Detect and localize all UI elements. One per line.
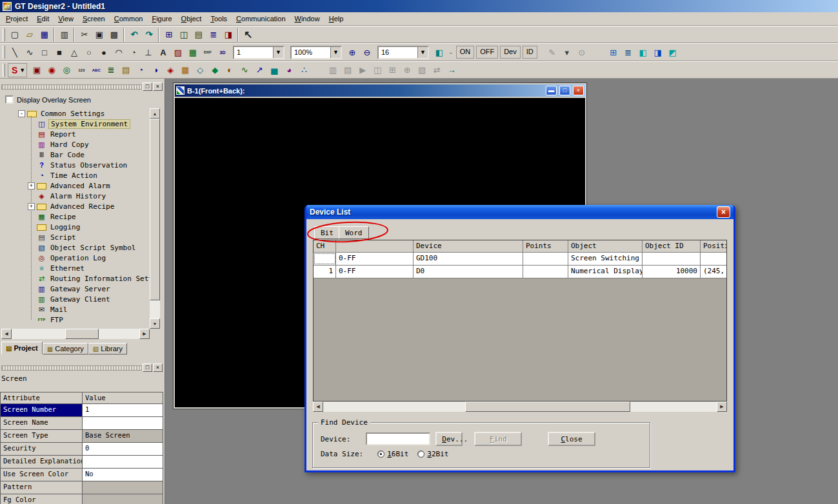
polyline-icon[interactable]: ∿ xyxy=(23,45,37,59)
undo-icon[interactable]: ↶ xyxy=(127,28,141,42)
tree-item-time-action[interactable]: ◔ Time Action xyxy=(1,170,150,180)
zoom-combo[interactable]: 100% ▼ xyxy=(290,46,342,59)
menu-object[interactable]: Object xyxy=(177,13,206,24)
polygon-icon[interactable]: △ xyxy=(67,45,81,59)
minimize-icon[interactable]: ▬ xyxy=(546,86,557,95)
tree-item-recipe[interactable]: ▦ Recipe xyxy=(1,211,150,222)
menu-project[interactable]: Project xyxy=(1,13,32,24)
device-list-icon[interactable]: ≣ xyxy=(206,28,221,42)
menu-edit[interactable]: Edit xyxy=(32,13,54,24)
window-cascade-icon[interactable]: ◨ xyxy=(651,45,665,59)
fill-color-icon[interactable]: ◧ xyxy=(432,45,446,59)
time-display-icon[interactable]: ◑ xyxy=(148,63,163,77)
panel-close-icon[interactable]: × xyxy=(153,363,163,372)
stamp-icon[interactable]: ⊙ xyxy=(575,45,589,59)
cut-icon[interactable]: ✂ xyxy=(77,28,92,42)
grid-step-combo[interactable]: 16 ▼ xyxy=(377,46,429,59)
open-folder-icon[interactable]: ▱ xyxy=(23,28,37,42)
comment-display-icon[interactable]: ▤ xyxy=(119,63,133,77)
close-button[interactable]: Close xyxy=(548,432,595,446)
scroll-left-icon[interactable]: ◀ xyxy=(1,329,12,339)
panel-drag-handle[interactable] xyxy=(1,365,142,371)
tree-item-common-settings[interactable]: - Common Settings xyxy=(1,108,150,119)
option-icon[interactable]: ⊕ xyxy=(400,63,414,77)
tree-item-operation-log[interactable]: ◎ Operation Log xyxy=(1,253,150,263)
open-screen-icon[interactable]: ▤ xyxy=(192,28,206,42)
tree-item-routing-information[interactable]: ⇄ Routing Information Sett: xyxy=(1,273,150,284)
menu-tools[interactable]: Tools xyxy=(206,13,232,24)
prop-row-detailed-explanation[interactable]: Detailed Explanation xyxy=(1,456,163,469)
chevron-down-icon[interactable]: ▼ xyxy=(19,67,25,73)
date-display-icon[interactable]: ◔ xyxy=(134,63,148,77)
library-edit-icon[interactable]: ▧ xyxy=(415,63,429,77)
dev-button[interactable]: Dev... xyxy=(435,432,463,446)
rectangle-icon[interactable]: □ xyxy=(37,45,52,59)
menu-communication[interactable]: Communication xyxy=(232,13,290,24)
scroll-left-icon[interactable]: ◀ xyxy=(313,402,323,412)
tree-item-system-environment[interactable]: ◫ System Environment xyxy=(1,119,150,129)
tab-project[interactable]: ▤ Project xyxy=(1,342,43,354)
menu-view[interactable]: View xyxy=(54,13,78,24)
trend-graph-icon[interactable]: ∿ xyxy=(237,63,252,77)
expand-icon[interactable]: + xyxy=(28,203,35,210)
panel-restore-icon[interactable]: □ xyxy=(143,82,152,91)
bar-graph-icon[interactable]: ▅ xyxy=(267,63,281,77)
close-icon[interactable]: × xyxy=(573,86,584,95)
expand-icon[interactable]: + xyxy=(28,182,35,189)
prop-row-screen-number[interactable]: Screen Number 1 xyxy=(1,404,163,417)
menu-figure[interactable]: Figure xyxy=(147,13,176,24)
data-view-icon[interactable]: ◨ xyxy=(221,28,235,42)
menu-help[interactable]: Help xyxy=(324,13,348,24)
line-icon[interactable]: ╲ xyxy=(8,45,22,59)
simulator-icon[interactable]: ⊞ xyxy=(385,63,399,77)
prop-row-pattern[interactable]: Pattern xyxy=(1,481,163,494)
scale-icon[interactable]: ⊥ xyxy=(141,45,155,59)
tree-item-ftp[interactable]: FTP FTP xyxy=(1,315,150,325)
switch-dropdown[interactable]: S ▼ xyxy=(8,63,27,77)
scroll-right-icon[interactable]: ▶ xyxy=(717,402,727,412)
close-icon[interactable]: × xyxy=(717,206,730,218)
redo-icon[interactable]: ↷ xyxy=(142,28,156,42)
object-list-icon[interactable]: ≣ xyxy=(621,45,635,59)
bit-lamp-icon[interactable]: ◉ xyxy=(45,63,59,77)
tab-bit[interactable]: Bit xyxy=(314,226,340,239)
switch-icon[interactable]: ▣ xyxy=(30,63,44,77)
toolbar-grip[interactable] xyxy=(3,64,5,77)
device-list-titlebar[interactable]: Device List × xyxy=(306,205,733,219)
save-icon[interactable]: ▦ xyxy=(37,28,52,42)
panelmeter-icon[interactable]: ◐ xyxy=(223,63,237,77)
screen-number-combo[interactable]: 1 ▼ xyxy=(233,46,284,59)
print-icon[interactable]: ▥ xyxy=(57,28,72,42)
chevron-down-icon[interactable]: ▼ xyxy=(417,47,428,58)
alarm-list-icon[interactable]: ▦ xyxy=(178,63,192,77)
statistics-graph-icon[interactable]: ◕ xyxy=(282,63,296,77)
tree-item-mail[interactable]: ✉ Mail xyxy=(1,304,150,315)
on-toggle-button[interactable]: ON xyxy=(456,46,475,59)
data-list-icon[interactable]: ≣ xyxy=(104,63,118,77)
sector-icon[interactable]: ◔ xyxy=(126,45,141,59)
tree-item-logging[interactable]: Logging xyxy=(1,222,150,232)
device-monitor-icon[interactable]: ◫ xyxy=(370,63,384,77)
tree-item-advanced-alarm[interactable]: + Advanced Alarm xyxy=(1,180,150,191)
tab-word[interactable]: Word xyxy=(339,226,369,239)
panel-close-icon[interactable]: × xyxy=(153,82,163,91)
data-transfer-icon[interactable]: ⇄ xyxy=(430,63,444,77)
maximize-icon[interactable]: □ xyxy=(559,86,570,95)
tree-item-hard-copy[interactable]: ▥ Hard Copy xyxy=(1,139,150,150)
circle-icon[interactable]: ○ xyxy=(82,45,96,59)
chevron-down-icon[interactable]: ▾ xyxy=(560,45,574,59)
word-lamp-icon[interactable]: ◎ xyxy=(59,63,74,77)
tree-item-gateway-client[interactable]: ▥ Gateway Client xyxy=(1,294,150,304)
parts-movement-icon[interactable]: ◆ xyxy=(208,63,222,77)
paste-icon[interactable]: ▩ xyxy=(107,28,121,42)
panel-drag-handle[interactable] xyxy=(1,84,142,90)
scatter-graph-icon[interactable]: ∴ xyxy=(297,63,311,77)
tab-category[interactable]: ▦ Category xyxy=(43,343,88,354)
dxf-icon[interactable]: DXF xyxy=(201,45,215,59)
menu-common[interactable]: Common xyxy=(110,13,148,24)
numerical-display-icon[interactable]: 123 xyxy=(74,63,88,77)
tab-library[interactable]: ▧ Library xyxy=(88,343,127,354)
chevron-down-icon[interactable]: ▼ xyxy=(273,47,283,58)
scroll-thumb[interactable] xyxy=(465,402,630,412)
tree-item-bar-code[interactable]: Ⅲ Bar Code xyxy=(1,150,150,160)
